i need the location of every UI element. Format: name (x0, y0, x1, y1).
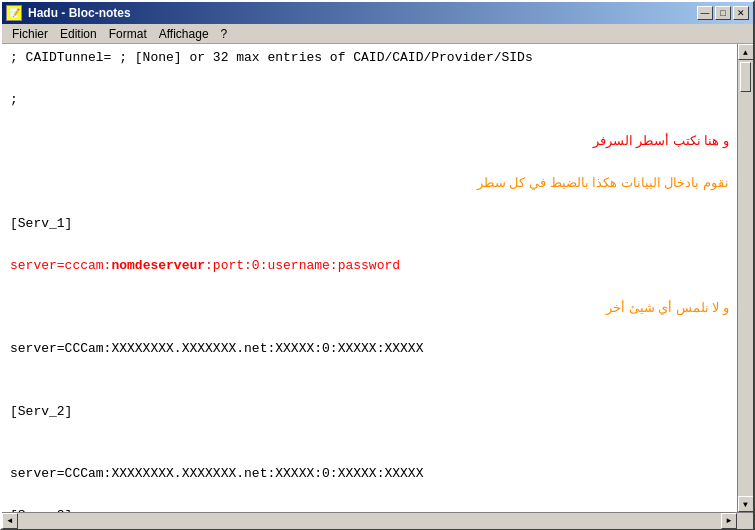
menu-edition[interactable]: Edition (54, 25, 103, 43)
minimize-button[interactable]: — (697, 6, 713, 20)
bottom-bar: ◄ ► (2, 512, 753, 528)
menu-help[interactable]: ? (215, 25, 234, 43)
menu-affichage[interactable]: Affichage (153, 25, 215, 43)
text-editor[interactable]: ; CAIDTunnel= ; [None] or 32 max entries… (2, 44, 737, 512)
scroll-down-button[interactable]: ▼ (738, 496, 754, 512)
scrollbar-vertical[interactable]: ▲ ▼ (737, 44, 753, 512)
close-button[interactable]: ✕ (733, 6, 749, 20)
menu-bar: Fichier Edition Format Affichage ? (2, 24, 753, 44)
title-text: 📝 Hadu - Bloc-notes (6, 5, 131, 21)
maximize-button[interactable]: □ (715, 6, 731, 20)
title-bar: 📝 Hadu - Bloc-notes — □ ✕ (2, 2, 753, 24)
line-8: server=CCCam:XXXXXXXX.XXXXXXX.net:XXXXX:… (10, 339, 729, 360)
line-12: server=CCCam:XXXXXXXX.XXXXXXX.net:XXXXX:… (10, 464, 729, 485)
line-6: server=cccam:nomdeserveur:port:0:usernam… (10, 256, 729, 277)
line-4: نقوم بادخال البيانات هكذا بالضبط في كل س… (10, 173, 729, 194)
line-7: و لا نلمس أي شيئ أخر (10, 298, 729, 319)
content-area: ; CAIDTunnel= ; [None] or 32 max entries… (2, 44, 753, 512)
title-buttons: — □ ✕ (697, 6, 749, 20)
scrollbar-horizontal[interactable]: ◄ ► (2, 513, 737, 529)
scroll-right-button[interactable]: ► (721, 513, 737, 529)
scroll-left-button[interactable]: ◄ (2, 513, 18, 529)
line-3: و هنا نكتب أسطر السرفر (10, 131, 729, 152)
line-5: [Serv_1] (10, 214, 729, 235)
menu-format[interactable]: Format (103, 25, 153, 43)
line-2: ; (10, 90, 729, 111)
main-window: 📝 Hadu - Bloc-notes — □ ✕ Fichier Editio… (0, 0, 755, 530)
app-icon: 📝 (6, 5, 22, 21)
scroll-up-button[interactable]: ▲ (738, 44, 754, 60)
line-1: ; CAIDTunnel= ; [None] or 32 max entries… (10, 48, 729, 69)
scrollbar-corner (737, 513, 753, 529)
menu-fichier[interactable]: Fichier (6, 25, 54, 43)
scroll-thumb-vertical[interactable] (740, 62, 751, 92)
window-title: Hadu - Bloc-notes (28, 6, 131, 20)
scroll-track-vertical[interactable] (738, 60, 753, 496)
scroll-track-horizontal[interactable] (18, 513, 721, 529)
line-10: [Serv_2] (10, 402, 729, 423)
